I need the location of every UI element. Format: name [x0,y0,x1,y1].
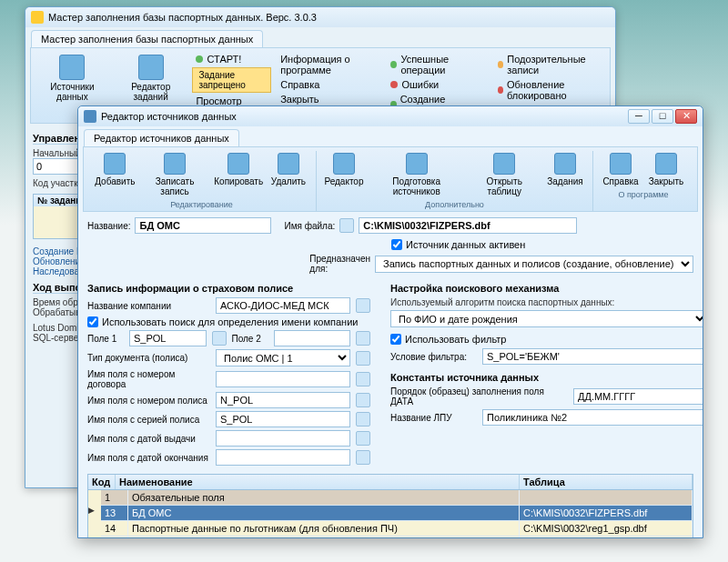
log-success[interactable]: Успешные операции [387,53,488,76]
win1-title-text: Мастер заполнения базы паспортных данных… [48,12,317,23]
ribbon-icon [493,153,515,175]
lpu-input[interactable] [482,409,703,426]
help-button[interactable]: Справка [277,78,381,91]
close-button[interactable]: Закрыть [277,93,381,105]
task-editor-button[interactable]: Редактор заданий [115,53,187,104]
doctype-select[interactable]: Полис ОМС | 1 [216,349,350,366]
table-row[interactable]: 13БД ОМСC:\KMIS\0032\FIZPERS.dbf [101,506,693,521]
field-input[interactable] [216,392,350,408]
table-row[interactable]: 1Обязательные поля [101,490,693,506]
sources-grid[interactable]: Код Наименование Таблица 1Обязательные п… [87,474,693,537]
company-input[interactable] [216,297,350,314]
table-row[interactable]: 14Паспортные данные по льготникам (для о… [101,521,693,537]
filter-input[interactable] [482,348,703,365]
field1-input[interactable] [129,330,207,346]
field-lookup-icon[interactable] [356,393,370,407]
sources-button[interactable]: Источники данных [35,53,109,104]
field-lookup-icon[interactable] [356,431,370,446]
ribbon-Закрыть[interactable]: Закрыть [644,151,688,188]
algo-select[interactable]: По ФИО и дате рождения [390,310,703,327]
date-format-input[interactable] [573,388,703,405]
table-row[interactable]: 15Информация о документе льготыC:\KMIS\0… [101,537,693,537]
start-button[interactable]: СТАРТ! [192,53,271,65]
field2-input[interactable] [274,330,351,346]
win2-titlebar[interactable]: Редактор источников данных ─ □ ✕ [78,106,703,126]
start-counter-1[interactable] [33,158,78,175]
field2-icon[interactable] [356,331,370,346]
field-lookup-icon[interactable] [356,412,370,427]
ribbon-icon [610,153,632,175]
task-banned-badge: Задание запрещено [192,67,271,93]
use-filter-checkbox[interactable]: Использовать фильтр [390,334,703,345]
close-window-button[interactable]: ✕ [675,109,697,124]
field1-icon[interactable] [212,331,227,346]
ribbon-icon [164,153,186,175]
ribbon-icon [406,153,428,175]
field-input[interactable] [216,411,350,427]
active-checkbox[interactable]: Источник данных активен [391,239,525,250]
ribbon-Редактор[interactable]: Редактор [322,151,366,198]
log-errors[interactable]: Ошибки [387,78,488,91]
ribbon-Копировать[interactable]: Копировать [212,151,265,198]
use-search-checkbox[interactable]: Использовать поиск для определения имени… [87,316,370,327]
field-input[interactable] [216,430,350,447]
app-icon [31,11,44,24]
file-path-input[interactable] [359,217,577,234]
ribbon-icon [228,153,249,175]
ribbon-Записать[interactable]: Записать запись [139,151,211,198]
doctype-icon[interactable] [356,351,370,366]
editor-ribbon: ДобавитьЗаписать записьКопироватьУдалить… [83,146,698,212]
win1-tab[interactable]: Мастер заполнения базы паспортных данных [31,30,263,47]
ribbon-icon [333,153,355,175]
minimize-button[interactable]: ─ [628,109,650,124]
source-name-input[interactable] [135,217,271,234]
ribbon-Добавить[interactable]: Добавить [93,151,137,198]
file-browse-icon[interactable] [339,218,354,233]
ribbon-Подготовка[interactable]: Подготовка источников [368,151,465,198]
field-lookup-icon[interactable] [356,450,370,465]
win2-tab[interactable]: Редактор источников данных [84,129,239,146]
editor-icon [84,110,96,123]
editor-window: Редактор источников данных ─ □ ✕ Редакто… [77,105,703,538]
ribbon-Справка[interactable]: Справка [599,151,642,188]
log-suspicious[interactable]: Подозрительные записи [494,53,605,76]
log-update-blocked[interactable]: Обновление блокировано [494,78,605,102]
field-lookup-icon[interactable] [356,372,370,386]
ribbon-icon [104,153,126,175]
company-lookup-icon[interactable] [356,298,370,313]
field-input[interactable] [216,449,350,466]
purpose-select[interactable]: Запись паспортных данных и полисов (созд… [375,256,693,273]
about-button[interactable]: Информация о программе [277,53,381,76]
win1-titlebar[interactable]: Мастер заполнения базы паспортных данных… [25,7,615,27]
ribbon-Открыть[interactable]: Открыть таблицу [467,151,541,198]
ribbon-Задания[interactable]: Задания [543,151,587,198]
ribbon-icon [655,153,677,175]
ribbon-icon [554,153,576,175]
ribbon-Удалить[interactable]: Удалить [267,151,310,198]
maximize-button[interactable]: □ [652,109,673,124]
field-input[interactable] [216,371,350,387]
ribbon-icon [278,153,299,175]
